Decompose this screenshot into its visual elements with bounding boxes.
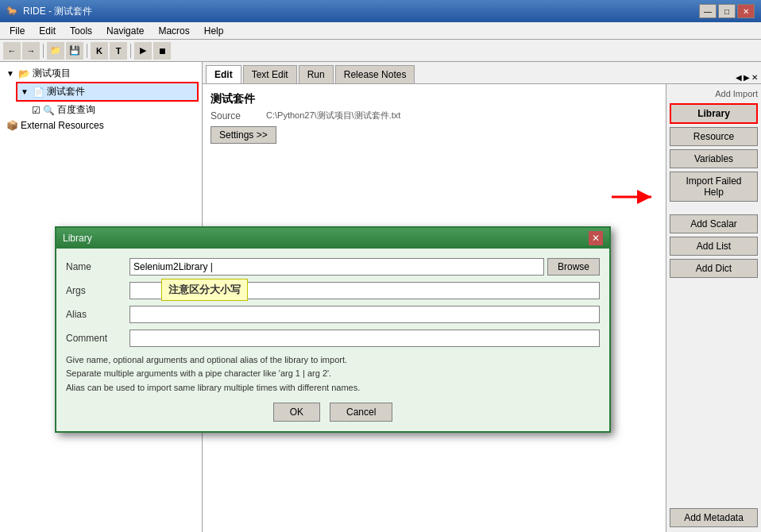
menu-bar: File Edit Tools Navigate Macros Help bbox=[0, 22, 761, 40]
callout-text: 注意区分大小写 bbox=[168, 283, 241, 295]
tab-release-notes[interactable]: Release Notes bbox=[335, 65, 415, 83]
dialog-comment-label: Comment bbox=[66, 333, 129, 344]
tree-external-icon: 📦 bbox=[6, 120, 18, 131]
tabs-left: Edit Text Edit Run Release Notes bbox=[206, 65, 416, 83]
dialog-name-field: Name Browse bbox=[66, 258, 600, 276]
toolbar-sep3 bbox=[130, 44, 131, 58]
tab-run[interactable]: Run bbox=[299, 65, 334, 83]
tree-root-icon: 📂 bbox=[18, 68, 30, 79]
app-title: RIDE - 测试套件 bbox=[23, 5, 92, 18]
dialog-alias-input[interactable] bbox=[129, 306, 600, 323]
tree-suite[interactable]: ▼ 📄 测试套件 bbox=[16, 82, 199, 102]
add-scalar-button[interactable]: Add Scalar bbox=[670, 214, 758, 233]
toolbar-stop[interactable]: ⏹ bbox=[153, 42, 171, 60]
dialog-body: Name Browse Args 注意区分大小写 Alias Comment bbox=[56, 249, 609, 432]
tree-suite-container: ▼ 📄 测试套件 ☑ 🔍 百度查询 bbox=[3, 82, 199, 118]
dialog-title: Library bbox=[63, 233, 92, 244]
tree-suite-expander: ▼ bbox=[21, 87, 30, 96]
dialog-title-bar: Library ✕ bbox=[56, 228, 609, 249]
tab-text-edit[interactable]: Text Edit bbox=[243, 65, 297, 83]
library-dialog: Library ✕ Name Browse Args 注意区分大小写 A bbox=[55, 226, 611, 434]
dialog-args-field: Args 注意区分大小写 bbox=[66, 282, 600, 299]
add-import-label: Add Import bbox=[670, 89, 758, 98]
library-button[interactable]: Library bbox=[670, 103, 758, 124]
sidebar-spacer bbox=[670, 281, 758, 505]
menu-macros[interactable]: Macros bbox=[152, 24, 195, 38]
dialog-info-line3: Alias can be used to import same library… bbox=[66, 381, 600, 395]
source-value: C:\Python27\测试项目\测试套件.txt bbox=[266, 110, 658, 121]
title-bar-controls: — □ ✕ bbox=[699, 4, 755, 18]
dialog-close-button[interactable]: ✕ bbox=[589, 231, 603, 245]
tree-expander: ▼ bbox=[6, 69, 16, 78]
tabs-nav: ◀ ▶ ✕ bbox=[736, 73, 758, 83]
tree-external[interactable]: 📦 External Resources bbox=[3, 118, 199, 133]
tab-edit[interactable]: Edit bbox=[206, 65, 241, 83]
tree-child1-label: 百度查询 bbox=[57, 103, 95, 117]
variables-button[interactable]: Variables bbox=[670, 149, 758, 168]
tab-nav-close[interactable]: ✕ bbox=[751, 73, 758, 82]
toolbar-run[interactable]: ▶ bbox=[134, 42, 152, 60]
menu-navigate[interactable]: Navigate bbox=[100, 24, 150, 38]
title-bar-left: 🐎 RIDE - 测试套件 bbox=[6, 5, 92, 18]
toolbar: ← → 📁 💾 K T ▶ ⏹ bbox=[0, 40, 761, 62]
menu-edit[interactable]: Edit bbox=[33, 24, 62, 38]
tree-child1[interactable]: ☑ 🔍 百度查询 bbox=[29, 102, 199, 118]
dialog-buttons: OK Cancel bbox=[66, 403, 600, 422]
dialog-cancel-button[interactable]: Cancel bbox=[330, 403, 392, 422]
toolbar-sep2 bbox=[87, 44, 87, 58]
tree-root-label: 测试项目 bbox=[33, 67, 71, 80]
add-list-button[interactable]: Add List bbox=[670, 237, 758, 256]
tree-suite-icon: 📄 bbox=[33, 87, 44, 98]
menu-tools[interactable]: Tools bbox=[64, 24, 99, 38]
tree-root[interactable]: ▼ 📂 测试项目 bbox=[3, 65, 199, 82]
suite-title: 测试套件 bbox=[211, 92, 658, 106]
maximize-button[interactable]: □ bbox=[718, 4, 736, 18]
toolbar-k[interactable]: K bbox=[91, 42, 108, 60]
dialog-alias-field: Alias bbox=[66, 306, 600, 323]
tabs-bar: Edit Text Edit Run Release Notes ◀ ▶ ✕ bbox=[203, 62, 761, 84]
close-button[interactable]: ✕ bbox=[737, 4, 755, 18]
settings-button[interactable]: Settings >> bbox=[211, 126, 276, 144]
toolbar-t[interactable]: T bbox=[110, 42, 127, 60]
toolbar-forward[interactable]: → bbox=[22, 42, 40, 60]
dialog-info-line2: Separate multiple arguments with a pipe … bbox=[66, 367, 600, 381]
tree-external-label: External Resources bbox=[21, 120, 104, 131]
title-bar: 🐎 RIDE - 测试套件 — □ ✕ bbox=[0, 0, 761, 22]
dialog-ok-button[interactable]: OK bbox=[273, 403, 320, 422]
dialog-browse-button[interactable]: Browse bbox=[547, 258, 600, 276]
tree-child1-icon: 🔍 bbox=[43, 105, 55, 116]
toolbar-sep1 bbox=[43, 44, 44, 58]
tree-suite-label: 测试套件 bbox=[47, 85, 85, 98]
import-failed-help-button[interactable]: Import Failed Help bbox=[670, 172, 758, 202]
minimize-button[interactable]: — bbox=[699, 4, 717, 18]
callout-annotation: 注意区分大小写 bbox=[161, 279, 248, 301]
dialog-args-label: Args bbox=[66, 285, 129, 296]
tree-check-icon: ☑ bbox=[32, 105, 41, 116]
toolbar-save[interactable]: 💾 bbox=[66, 42, 83, 60]
tab-nav-next[interactable]: ▶ bbox=[744, 73, 750, 82]
dialog-comment-input[interactable] bbox=[129, 330, 600, 347]
tab-nav-prev[interactable]: ◀ bbox=[736, 73, 742, 82]
menu-help[interactable]: Help bbox=[198, 24, 230, 38]
dialog-name-label: Name bbox=[66, 261, 129, 272]
dialog-info: Give name, optional arguments and option… bbox=[66, 353, 600, 395]
add-dict-button[interactable]: Add Dict bbox=[670, 259, 758, 278]
app-icon: 🐎 bbox=[6, 6, 18, 17]
resource-button[interactable]: Resource bbox=[670, 127, 758, 146]
source-label: Source bbox=[211, 110, 266, 121]
toolbar-back[interactable]: ← bbox=[3, 42, 21, 60]
dialog-comment-field: Comment bbox=[66, 330, 600, 347]
menu-file[interactable]: File bbox=[3, 24, 31, 38]
dialog-name-input[interactable] bbox=[129, 258, 544, 276]
toolbar-open[interactable]: 📁 bbox=[47, 42, 64, 60]
source-row: Source C:\Python27\测试项目\测试套件.txt bbox=[211, 110, 658, 121]
add-metadata-button[interactable]: Add Metadata bbox=[670, 508, 758, 527]
sidebar-divider bbox=[670, 205, 758, 211]
dialog-alias-label: Alias bbox=[66, 309, 129, 320]
dialog-info-line1: Give name, optional arguments and option… bbox=[66, 353, 600, 368]
tree-child-container: ☑ 🔍 百度查询 bbox=[16, 102, 199, 118]
right-sidebar: Add Import Library Resource Variables Im… bbox=[666, 84, 761, 532]
